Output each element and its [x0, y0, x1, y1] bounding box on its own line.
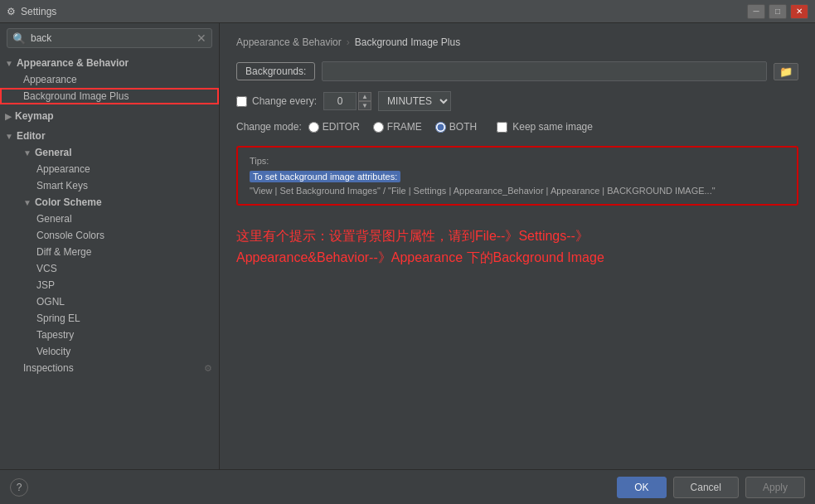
- annotation-text: 这里有个提示：设置背景图片属性，请到File--》Settings--》 App…: [236, 225, 798, 268]
- change-every-checkbox[interactable]: [236, 96, 247, 107]
- sidebar-item-label: Appearance: [36, 163, 90, 175]
- sidebar-item-label: Editor: [17, 130, 46, 142]
- main-container: 🔍 ✕ ▼ Appearance & Behavior Appearance B…: [0, 23, 815, 469]
- search-input[interactable]: [31, 32, 192, 44]
- sidebar-item-label: VCS: [36, 263, 57, 274]
- minimize-button[interactable]: ─: [747, 4, 765, 19]
- sidebar-item-editor[interactable]: ▼ Editor: [0, 128, 219, 144]
- breadcrumb-separator: ›: [347, 36, 350, 48]
- settings-icon: ⚙: [7, 6, 16, 17]
- radio-editor-label: EDITOR: [323, 121, 360, 133]
- breadcrumb: Appearance & Behavior › Background Image…: [236, 36, 798, 48]
- sidebar-item-label: Appearance: [23, 74, 77, 85]
- radio-frame: FRAME: [373, 121, 422, 133]
- tips-content: To set background image attributes:: [250, 171, 785, 182]
- tips-text: "View | Set Background Images" / "File |…: [250, 186, 785, 196]
- change-mode-row: Change mode: EDITOR FRAME BOTH Keep same…: [236, 121, 798, 133]
- search-box[interactable]: 🔍 ✕: [7, 28, 212, 48]
- sidebar-item-smart-keys[interactable]: Smart Keys: [0, 177, 219, 194]
- expand-arrow-color-scheme: ▼: [23, 198, 32, 207]
- sidebar-item-console-colors[interactable]: Console Colors: [0, 227, 219, 244]
- sidebar-item-tapestry[interactable]: Tapestry: [0, 327, 219, 343]
- window-title: Settings: [21, 6, 56, 17]
- sidebar-item-label: Keymap: [15, 110, 54, 122]
- content-area: Appearance & Behavior › Background Image…: [220, 23, 815, 469]
- sidebar-item-spring-el[interactable]: Spring EL: [0, 310, 219, 327]
- change-every-checkbox-group: Change every:: [236, 95, 317, 107]
- sidebar-item-appearance-general[interactable]: Appearance: [0, 161, 219, 177]
- tips-highlight: To set background image attributes:: [250, 171, 400, 182]
- sidebar-item-label: Spring EL: [36, 313, 80, 324]
- sidebar-item-label: Background Image Plus: [23, 90, 129, 102]
- folder-browse-button[interactable]: 📁: [774, 63, 798, 80]
- backgrounds-row: Backgrounds: 📁: [236, 61, 798, 81]
- backgrounds-button[interactable]: Backgrounds:: [236, 62, 315, 80]
- close-button[interactable]: ✕: [790, 4, 808, 19]
- sidebar-item-label: Color Scheme: [35, 196, 102, 208]
- ok-button[interactable]: OK: [617, 477, 666, 498]
- title-bar: ⚙ Settings ─ □ ✕: [0, 0, 815, 23]
- bottom-actions: OK Cancel Apply: [617, 477, 805, 498]
- expand-arrow-general: ▼: [23, 148, 32, 158]
- expand-arrow: ▼: [5, 59, 13, 68]
- radio-editor: EDITOR: [308, 121, 360, 133]
- sidebar-item-appearance-behavior[interactable]: ▼ Appearance & Behavior: [0, 55, 219, 71]
- keep-same-image-label: Keep same image: [512, 121, 593, 133]
- sidebar-item-diff-merge[interactable]: Diff & Merge: [0, 244, 219, 260]
- change-every-row: Change every: ▲ ▼ MINUTES: [236, 91, 798, 111]
- sidebar-item-label: General: [36, 213, 72, 225]
- search-clear-icon[interactable]: ✕: [196, 32, 206, 45]
- sidebar-item-ognl[interactable]: OGNL: [0, 293, 219, 310]
- bottom-bar: ? OK Cancel Apply: [0, 469, 815, 504]
- help-button[interactable]: ?: [10, 478, 28, 497]
- radio-both-label: BOTH: [449, 121, 477, 133]
- sidebar-item-appearance[interactable]: Appearance: [0, 71, 219, 88]
- sidebar-item-general-cs[interactable]: General: [0, 211, 219, 227]
- sidebar-item-background-image-plus[interactable]: Background Image Plus: [0, 88, 219, 104]
- tips-label: Tips:: [250, 156, 785, 166]
- sidebar-item-label: Diff & Merge: [36, 246, 91, 258]
- breadcrumb-part-1: Appearance & Behavior: [236, 36, 342, 48]
- sidebar-item-velocity[interactable]: Velocity: [0, 343, 219, 360]
- sidebar-item-label: OGNL: [36, 296, 65, 308]
- radio-editor-input[interactable]: [308, 122, 319, 133]
- sidebar-item-label: Velocity: [36, 346, 70, 357]
- spin-down-button[interactable]: ▼: [358, 101, 371, 110]
- expand-arrow-keymap: ▶: [5, 112, 12, 121]
- radio-both: BOTH: [435, 121, 477, 133]
- spin-up-button[interactable]: ▲: [358, 92, 371, 101]
- tips-box: Tips: To set background image attributes…: [236, 146, 798, 206]
- sidebar-item-keymap[interactable]: ▶ Keymap: [0, 108, 219, 124]
- sidebar-item-label: General: [35, 147, 72, 158]
- maximize-button[interactable]: □: [769, 4, 787, 19]
- sidebar-item-vcs[interactable]: VCS: [0, 260, 219, 277]
- change-mode-radio-group: EDITOR FRAME BOTH: [308, 121, 477, 133]
- radio-both-input[interactable]: [435, 122, 446, 133]
- title-bar-left: ⚙ Settings: [7, 6, 56, 17]
- sidebar-item-label: Inspections: [23, 362, 74, 374]
- file-input[interactable]: [322, 61, 767, 81]
- sidebar-item-inspections[interactable]: Inspections ⚙: [0, 360, 219, 376]
- sidebar: 🔍 ✕ ▼ Appearance & Behavior Appearance B…: [0, 23, 220, 469]
- search-icon: 🔍: [12, 32, 26, 45]
- number-input-group: ▲ ▼: [323, 92, 371, 110]
- sidebar-item-label: Appearance & Behavior: [17, 57, 129, 69]
- sidebar-item-label: Console Colors: [36, 230, 104, 241]
- sidebar-item-color-scheme[interactable]: ▼ Color Scheme: [0, 194, 219, 211]
- tree-section-editor: ▼ Editor ▼ General Appearance Smart Keys…: [0, 126, 219, 378]
- expand-arrow-editor: ▼: [5, 132, 13, 141]
- cancel-button[interactable]: Cancel: [673, 477, 739, 498]
- change-every-input[interactable]: [323, 92, 357, 110]
- radio-frame-input[interactable]: [373, 122, 384, 133]
- breadcrumb-current: Background Image Plus: [355, 36, 460, 48]
- change-every-label: Change every:: [252, 95, 317, 107]
- sidebar-item-label: Tapestry: [36, 329, 74, 341]
- sidebar-item-jsp[interactable]: JSP: [0, 277, 219, 293]
- apply-button[interactable]: Apply: [745, 477, 805, 498]
- sidebar-item-label: JSP: [36, 279, 55, 291]
- keep-same-image-checkbox[interactable]: [497, 122, 507, 133]
- inspections-settings-icon[interactable]: ⚙: [204, 363, 212, 374]
- sidebar-item-general[interactable]: ▼ General: [0, 144, 219, 161]
- change-mode-label: Change mode:: [236, 121, 302, 133]
- minutes-dropdown[interactable]: MINUTES: [378, 91, 451, 111]
